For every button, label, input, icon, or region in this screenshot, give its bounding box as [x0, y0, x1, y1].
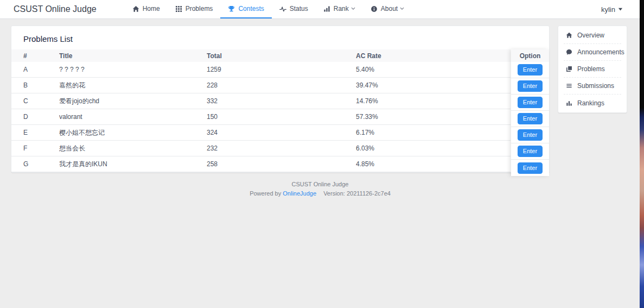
header-title: Title [59, 52, 207, 60]
contest-sidebar-menu: OverviewAnnouncementsProblemsSubmissions… [558, 27, 627, 111]
nav-item-contests[interactable]: Contests [220, 0, 271, 18]
cell-id: D [11, 113, 59, 121]
onlinejudge-link[interactable]: OnlineJudge [283, 190, 316, 197]
nav-item-home[interactable]: Home [125, 0, 168, 18]
sidebar-item-rankings[interactable]: Rankings [564, 95, 621, 111]
header-option: Option [511, 49, 549, 62]
contest-sidebar: OverviewAnnouncementsProblemsSubmissions… [558, 26, 627, 113]
user-menu[interactable]: kylin [601, 5, 623, 14]
enter-button[interactable]: Enter [518, 80, 543, 92]
nav-item-label: Rank [334, 5, 349, 12]
cell-acrate: 39.47% [356, 81, 511, 89]
enter-button[interactable]: Enter [518, 162, 543, 174]
cell-id: F [11, 144, 59, 152]
page-title: Problems List [11, 26, 549, 49]
sidebar-item-label: Announcements [577, 48, 624, 56]
sidebar-item-overview[interactable]: Overview [564, 27, 621, 44]
option-column-body: EnterEnterEnterEnterEnterEnterEnter [511, 62, 549, 176]
header-id: # [11, 52, 59, 60]
cell-id: E [11, 129, 59, 136]
problems-list-card: Problems List # Title Total AC Rate A? ?… [11, 26, 550, 173]
option-cell: Enter [511, 95, 549, 111]
cell-title: 我才是真的IKUN [59, 160, 207, 169]
list-icon [566, 83, 572, 89]
table-row: A? ? ? ? ?12595.40% [11, 62, 511, 78]
documents-icon [566, 66, 572, 72]
background-artwork-strip [640, 0, 644, 308]
brand-title[interactable]: CSUST Online Judge [14, 4, 97, 14]
powered-by-label: Powered by [250, 190, 281, 197]
top-navbar: CSUST Online Judge HomeProblemsContestsS… [0, 0, 640, 19]
nav-menu: HomeProblemsContestsStatusRankAbout [125, 0, 412, 18]
cell-title: ? ? ? ? ? [59, 66, 207, 73]
cell-total: 228 [207, 81, 356, 89]
nav-item-problems[interactable]: Problems [168, 0, 221, 18]
caret-down-icon [618, 7, 623, 11]
enter-button[interactable]: Enter [518, 64, 543, 76]
option-column: Option EnterEnterEnterEnterEnterEnterEnt… [511, 49, 549, 176]
enter-button[interactable]: Enter [518, 97, 543, 108]
nav-item-rank[interactable]: Rank [316, 0, 363, 18]
cell-title: 嘉然的花 [59, 81, 207, 90]
option-cell: Enter [511, 143, 549, 160]
table-row: G我才是真的IKUN2584.85% [11, 156, 511, 172]
page-footer: CSUST Online Judge Powered by OnlineJudg… [0, 180, 640, 198]
version-label: Version: 20211126-2c7e4 [323, 190, 391, 197]
cell-acrate: 14.76% [356, 97, 511, 105]
enter-button[interactable]: Enter [518, 129, 543, 141]
pulse-icon [279, 5, 286, 12]
cell-total: 324 [207, 129, 356, 136]
cell-title: valorant [59, 113, 207, 121]
enter-button[interactable]: Enter [518, 146, 543, 157]
sidebar-item-label: Overview [577, 32, 604, 39]
table-body: A? ? ? ? ?12595.40%B嘉然的花22839.47%C爱看jojo… [11, 62, 549, 172]
nav-item-label: Problems [186, 5, 213, 12]
nav-item-label: About [381, 5, 398, 12]
option-cell: Enter [511, 62, 549, 78]
cell-acrate: 6.03% [356, 144, 511, 152]
chevron-down-icon [352, 7, 355, 11]
nav-item-about[interactable]: About [363, 0, 412, 18]
header-acrate: AC Rate [356, 52, 511, 60]
cell-total: 332 [207, 97, 356, 105]
cell-id: A [11, 66, 59, 73]
cell-acrate: 4.85% [356, 160, 511, 168]
cell-total: 258 [207, 160, 356, 168]
cell-title: 樱小姐不想忘记 [59, 128, 207, 137]
option-cell: Enter [511, 111, 549, 127]
sidebar-item-label: Rankings [577, 99, 604, 107]
sidebar-item-submissions[interactable]: Submissions [564, 78, 621, 95]
nav-item-label: Status [290, 5, 308, 12]
home-icon [566, 32, 572, 39]
cell-total: 150 [207, 113, 356, 121]
bar-chart-icon [323, 5, 330, 12]
nav-item-label: Contests [238, 5, 264, 12]
option-cell: Enter [511, 127, 549, 143]
header-total: Total [207, 52, 356, 60]
username-label: kylin [601, 5, 615, 14]
sidebar-item-problems[interactable]: Problems [564, 61, 621, 78]
announcement-icon [566, 49, 572, 55]
grid-icon [175, 5, 182, 12]
problems-table: # Title Total AC Rate A? ? ? ? ?12595.40… [11, 49, 549, 172]
rankings-icon [566, 100, 572, 106]
table-row: C爱看jojo的chd33214.76% [11, 93, 511, 109]
option-cell: Enter [511, 160, 549, 176]
enter-button[interactable]: Enter [518, 113, 543, 124]
table-header-row: # Title Total AC Rate [11, 49, 511, 62]
cell-total: 232 [207, 144, 356, 152]
option-cell: Enter [511, 78, 549, 95]
table-row: E樱小姐不想忘记3246.17% [11, 125, 511, 141]
home-icon [132, 5, 139, 12]
table-row: Dvalorant15057.33% [11, 109, 511, 125]
cell-acrate: 57.33% [356, 113, 511, 121]
footer-powered-line: Powered by OnlineJudge Version: 20211126… [0, 189, 640, 198]
sidebar-item-label: Problems [577, 65, 605, 73]
sidebar-item-announcements[interactable]: Announcements [564, 44, 621, 61]
cell-id: B [11, 81, 59, 89]
nav-item-status[interactable]: Status [272, 0, 316, 18]
nav-item-label: Home [143, 5, 160, 12]
cell-id: C [11, 97, 59, 105]
table-row: F想当会长2326.03% [11, 141, 511, 156]
cell-id: G [11, 160, 59, 168]
